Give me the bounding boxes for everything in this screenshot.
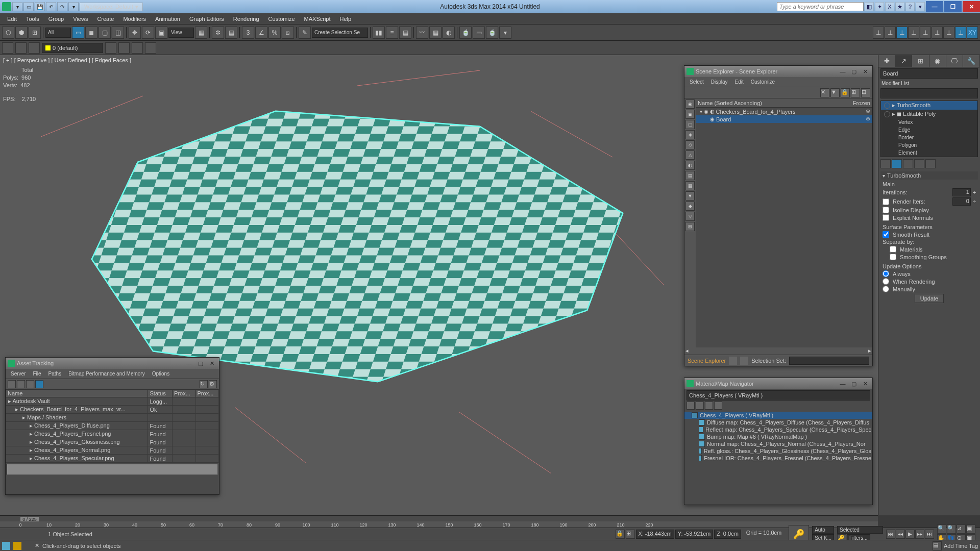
se-menu-item[interactable]: Display — [708, 79, 731, 85]
show-end-result-button[interactable] — [892, 159, 902, 168]
exchange-icon[interactable]: X — [885, 2, 894, 11]
mat-tree-item[interactable]: Fresnel IOR: Chess_4_Players_Fresnel (Ch… — [684, 455, 872, 462]
motion-tab[interactable]: ◉ — [929, 55, 946, 67]
save-button[interactable]: 💾 — [35, 2, 45, 11]
mat-tree-item[interactable]: Bump map: Map #6 ( VRayNormalMap ) — [684, 433, 872, 440]
prev-frame-button[interactable]: ◂◂ — [896, 530, 905, 539]
maximize-icon[interactable]: ▢ — [195, 359, 206, 367]
autokey-button[interactable]: Auto — [812, 526, 834, 534]
iterations-spinner[interactable]: 1 — [952, 188, 971, 196]
close-icon[interactable]: ✕ — [207, 359, 217, 367]
minimize-icon[interactable]: — — [184, 359, 194, 367]
update-always-radio[interactable] — [883, 270, 889, 277]
close-button[interactable]: ✕ — [963, 1, 980, 12]
se-close-search-button[interactable]: ✕ — [820, 88, 829, 97]
play-button[interactable]: ▶ — [905, 530, 915, 539]
at-col-header[interactable]: Name — [6, 390, 148, 397]
se-menu-item[interactable]: Customize — [748, 79, 778, 85]
axis-7-button[interactable]: ⊥ — [943, 27, 954, 39]
se-side-button[interactable]: ◆ — [685, 202, 695, 211]
new-file-button[interactable]: ▾ — [12, 2, 22, 11]
at-col-header[interactable]: Prox... — [173, 390, 195, 397]
se-side-button[interactable]: ◈ — [685, 130, 695, 139]
mat-view-small-button[interactable] — [696, 402, 704, 410]
render-iter-spinner[interactable]: 0 — [952, 197, 971, 206]
at-col-header[interactable]: Prox... — [195, 390, 218, 397]
se-side-button[interactable]: ▤ — [685, 171, 695, 180]
menu-tools[interactable]: Tools — [22, 15, 43, 23]
menu-help[interactable]: Help — [336, 15, 356, 23]
angle-snap-button[interactable]: ∠ — [255, 27, 267, 39]
axis-6-button[interactable]: ⊥ — [932, 27, 943, 39]
layer-manager-button[interactable]: ▤ — [399, 27, 411, 39]
mat-view-large-button[interactable] — [714, 402, 722, 410]
smooth-result-check[interactable] — [883, 231, 889, 238]
nav-zoom-ext-button[interactable]: ▣ — [966, 524, 975, 534]
create-tab[interactable]: ✚ — [878, 55, 895, 67]
maximize-button[interactable]: ❐ — [944, 1, 962, 12]
mod-stack-item[interactable]: Edge — [881, 126, 977, 134]
object-name-field[interactable]: Board — [880, 68, 978, 79]
scroll-right-icon[interactable]: ▸ — [868, 347, 871, 355]
asset-path-field[interactable] — [7, 464, 218, 475]
mod-stack-item[interactable]: Border — [881, 134, 977, 141]
se-col-name[interactable]: Name (Sorted Ascending) — [698, 100, 762, 106]
at-btn-3[interactable] — [26, 380, 34, 388]
key-filter-combo[interactable]: Selected — [837, 526, 883, 534]
keyboard-shortcut-button[interactable]: ▤ — [225, 27, 237, 39]
selection-set-combo[interactable] — [789, 357, 869, 365]
help-search-input[interactable] — [777, 2, 864, 11]
render-setup-button[interactable]: 🍵 — [459, 27, 472, 39]
at-refresh-button[interactable]: ↻ — [200, 380, 208, 388]
ref-coord-combo[interactable]: View — [168, 28, 194, 38]
se-filter-button[interactable]: ▼ — [830, 88, 840, 97]
asset-row[interactable]: ▸ Maps / Shaders — [6, 414, 219, 422]
align-button[interactable]: ≡ — [386, 27, 398, 39]
menu-create[interactable]: Create — [93, 15, 118, 23]
menu-modifiers[interactable]: Modifiers — [119, 15, 150, 23]
goto-start-button[interactable]: ⏮ — [886, 530, 895, 539]
select-by-name-button[interactable]: ≣ — [85, 27, 97, 39]
display-tab[interactable]: 🖵 — [946, 55, 963, 67]
se-collapse-button[interactable]: ⊟ — [861, 88, 870, 97]
render-iter-check[interactable] — [883, 198, 889, 205]
at-menu-item[interactable]: Bitmap Performance and Memory — [65, 371, 148, 377]
move-button[interactable]: ✥ — [129, 27, 141, 39]
modifier-list-combo[interactable] — [880, 88, 978, 98]
infocenter-icon[interactable]: ◧ — [865, 2, 874, 11]
menu-graph-editors[interactable]: Graph Editors — [185, 15, 228, 23]
mod-stack-item[interactable]: Vertex — [881, 118, 977, 126]
menu-customize[interactable]: Customize — [264, 15, 299, 23]
at-col-header[interactable]: Status — [148, 390, 173, 397]
coord-y[interactable]: Y: -53,921cm — [675, 530, 714, 539]
pin-stack-button[interactable] — [880, 159, 891, 168]
scroll-left-icon[interactable]: ◂ — [685, 347, 689, 355]
close-icon[interactable]: ✕ — [860, 380, 870, 388]
menu-group[interactable]: Group — [44, 15, 68, 23]
asset-row[interactable]: ▸ Autodesk VaultLogg... — [6, 397, 219, 406]
curve-editor-button[interactable]: 〰 — [416, 27, 428, 39]
hierarchy-tab[interactable]: ⊞ — [912, 55, 929, 67]
nav-fov-button[interactable]: ⊿ — [957, 524, 966, 534]
rotate-button[interactable]: ⟳ — [142, 27, 154, 39]
mod-stack-item[interactable]: ▸ TurboSmooth — [881, 101, 977, 110]
select-link-button[interactable]: ⬡ — [2, 27, 14, 39]
se-expand-button[interactable]: ⊞ — [851, 88, 860, 97]
sep-materials-check[interactable] — [890, 246, 896, 253]
layer-manager-button[interactable] — [15, 42, 27, 54]
at-settings-button[interactable]: ⚙ — [209, 380, 217, 388]
axis-2-button[interactable]: ⊥ — [885, 27, 896, 39]
project-button[interactable]: ▾ — [68, 2, 79, 11]
mat-tree-item[interactable]: Reflect map: Chess_4_Players_Specular (C… — [684, 426, 872, 433]
scene-tab-icon-2[interactable] — [13, 542, 21, 550]
named-sel-combo[interactable]: Create Selection Se — [312, 28, 368, 38]
nav-zoom-button[interactable]: 🔍 — [937, 524, 946, 534]
menu-edit[interactable]: Edit — [3, 15, 21, 23]
selection-filter-combo[interactable]: All — [45, 28, 71, 38]
layer-select-button[interactable] — [118, 42, 130, 54]
menu-maxscript[interactable]: MAXScript — [300, 15, 335, 23]
close-icon[interactable]: ✕ — [860, 67, 870, 76]
percent-snap-button[interactable]: % — [268, 27, 281, 39]
configure-mod-button[interactable] — [925, 159, 936, 168]
axis-xy-button[interactable]: XY — [967, 27, 978, 39]
